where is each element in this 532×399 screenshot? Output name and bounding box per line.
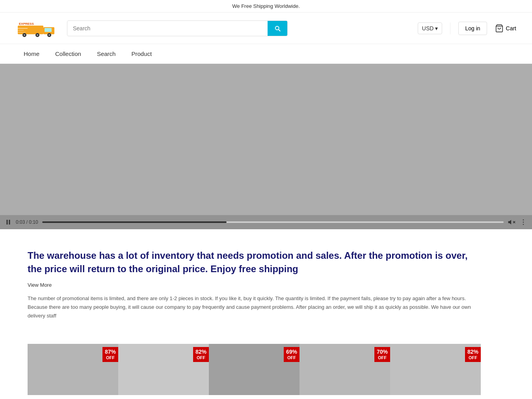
products-row: 87% OFF 82% OFF 69% OFF 70% OFF 82% OFF xyxy=(0,344,532,395)
svg-rect-0 xyxy=(18,26,43,34)
currency-label: USD xyxy=(422,25,434,32)
mute-button[interactable] xyxy=(508,218,515,226)
badge-percent: 70% xyxy=(377,349,388,355)
banner-text: We Free Shipping Worldwide. xyxy=(232,3,300,9)
top-banner: We Free Shipping Worldwide. xyxy=(0,0,532,13)
logo-area: EXPRESS xyxy=(16,17,59,39)
discount-badge: 70% OFF xyxy=(374,347,390,362)
badge-off: OFF xyxy=(195,355,206,360)
svg-rect-2 xyxy=(45,28,52,32)
discount-badge: 69% OFF xyxy=(284,347,299,362)
pause-button[interactable] xyxy=(5,219,12,226)
search-button[interactable] xyxy=(268,21,287,36)
discount-badge: 82% OFF xyxy=(193,347,209,362)
currency-selector[interactable]: USD ▾ xyxy=(418,22,443,34)
video-time: 0:03 / 0:10 xyxy=(16,219,38,225)
promo-description: The number of promotional items is limit… xyxy=(28,294,473,320)
badge-off: OFF xyxy=(377,355,388,360)
video-section: 0:03 / 0:10 xyxy=(0,64,532,229)
logo-icon: EXPRESS xyxy=(16,19,59,38)
svg-point-8 xyxy=(48,34,50,36)
search-bar xyxy=(67,20,288,36)
more-options-button[interactable] xyxy=(519,218,527,226)
login-label: Log in xyxy=(465,25,480,32)
svg-rect-15 xyxy=(9,220,10,225)
nav-item-product[interactable]: Product xyxy=(123,44,160,63)
nav-item-collection[interactable]: Collection xyxy=(47,44,89,63)
search-icon xyxy=(274,25,281,32)
video-progress-bar[interactable] xyxy=(42,221,504,223)
product-card[interactable]: 69% OFF xyxy=(209,344,299,395)
view-more-link[interactable]: View More xyxy=(28,282,52,288)
logo: EXPRESS xyxy=(16,17,59,39)
cart-icon xyxy=(495,24,504,33)
svg-point-20 xyxy=(523,222,524,223)
more-options-icon xyxy=(519,218,527,226)
currency-chevron-icon: ▾ xyxy=(435,25,438,32)
svg-point-4 xyxy=(24,34,25,36)
discount-badge: 82% OFF xyxy=(465,347,481,362)
pause-icon xyxy=(5,219,12,226)
badge-off: OFF xyxy=(286,355,297,360)
header: EXPRESS USD ▾ Log in Cart xyxy=(0,13,532,44)
badge-percent: 87% xyxy=(105,349,116,355)
product-card[interactable]: 82% OFF xyxy=(390,344,481,395)
badge-percent: 69% xyxy=(286,349,297,355)
video-placeholder xyxy=(0,64,532,229)
search-input[interactable] xyxy=(67,21,268,35)
discount-badge: 87% OFF xyxy=(102,347,118,362)
nav-item-search[interactable]: Search xyxy=(89,44,124,63)
header-right: USD ▾ Log in Cart xyxy=(418,22,516,35)
product-card[interactable]: 70% OFF xyxy=(299,344,390,395)
svg-text:EXPRESS: EXPRESS xyxy=(19,22,34,26)
content-section: The warehouse has a lot of inventory tha… xyxy=(0,229,532,336)
svg-point-21 xyxy=(523,224,524,225)
svg-point-6 xyxy=(37,34,38,36)
divider-line xyxy=(450,22,450,34)
svg-point-19 xyxy=(523,219,524,221)
nav-item-home[interactable]: Home xyxy=(16,44,47,63)
cart-button[interactable]: Cart xyxy=(495,24,516,33)
svg-rect-14 xyxy=(7,220,8,225)
video-progress-fill xyxy=(42,221,227,223)
badge-percent: 82% xyxy=(467,349,478,355)
badge-off: OFF xyxy=(467,355,478,360)
mute-icon xyxy=(508,218,515,226)
product-card[interactable]: 87% OFF xyxy=(28,344,118,395)
product-card[interactable]: 82% OFF xyxy=(118,344,209,395)
badge-off: OFF xyxy=(105,355,116,360)
video-controls: 0:03 / 0:10 xyxy=(0,215,532,229)
nav: Home Collection Search Product xyxy=(0,44,532,64)
badge-percent: 82% xyxy=(195,349,206,355)
cart-label: Cart xyxy=(506,25,516,32)
login-button[interactable]: Log in xyxy=(458,22,487,35)
promo-heading: The warehouse has a lot of inventory tha… xyxy=(28,249,481,275)
svg-marker-16 xyxy=(508,220,512,225)
